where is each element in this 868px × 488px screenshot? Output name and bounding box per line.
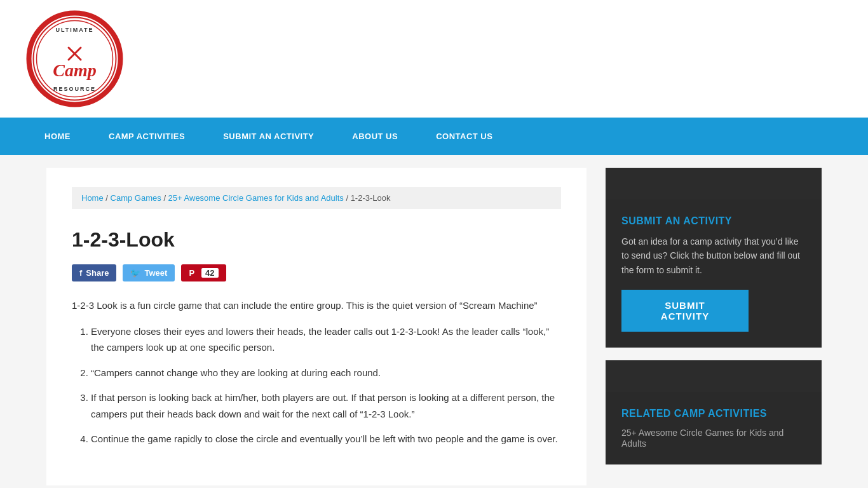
main-container: Home / Camp Games / 25+ Awesome Circle G…	[21, 155, 847, 488]
svg-text:RESOURCE: RESOURCE	[53, 86, 96, 92]
submit-activity-button[interactable]: SUBMIT ACTIVITY	[621, 290, 749, 332]
related-widget-title: RELATED CAMP ACTIVITIES	[621, 408, 806, 419]
twitter-icon: 🐦	[130, 268, 140, 278]
pinterest-count: 42	[201, 268, 218, 278]
breadcrumb-current: 1-2-3-Look	[351, 193, 391, 203]
nav-about-us[interactable]: ABOUT US	[333, 118, 417, 155]
pinterest-save-button[interactable]: P 42	[181, 264, 226, 281]
breadcrumb: Home / Camp Games / 25+ Awesome Circle G…	[72, 187, 561, 209]
breadcrumb-circle-games[interactable]: 25+ Awesome Circle Games for Kids and Ad…	[168, 193, 344, 203]
submit-widget-title: SUBMIT AN ACTIVITY	[621, 215, 806, 227]
content-area: Home / Camp Games / 25+ Awesome Circle G…	[46, 168, 587, 485]
article-step-4: Continue the game rapidly to close the c…	[91, 431, 561, 447]
breadcrumb-camp-games[interactable]: Camp Games	[111, 193, 161, 203]
svg-text:ULTIMATE: ULTIMATE	[55, 27, 93, 33]
logo[interactable]: ULTIMATE Camp RESOURCE	[25, 10, 124, 108]
social-buttons: f Share 🐦 Tweet P 42	[72, 264, 561, 281]
nav-contact-us[interactable]: CONTACT US	[417, 118, 512, 155]
article-step-2: “Campers cannot change who they are look…	[91, 365, 561, 381]
article-intro: 1-2-3 Look is a fun circle game that can…	[72, 297, 561, 314]
twitter-tweet-button[interactable]: 🐦 Tweet	[123, 264, 175, 281]
sidebar-top-dark-box	[606, 168, 822, 200]
twitter-label: Tweet	[144, 268, 167, 278]
article-body: 1-2-3 Look is a fun circle game that can…	[72, 297, 561, 447]
logo-badge: ULTIMATE Camp RESOURCE	[25, 10, 124, 108]
nav-home[interactable]: HOME	[25, 118, 90, 155]
nav-camp-activities[interactable]: CAMP ACTIVITIES	[90, 118, 204, 155]
main-nav: HOME CAMP ACTIVITIES SUBMIT AN ACTIVITY …	[0, 118, 868, 155]
pinterest-icon: P	[189, 268, 194, 278]
nav-submit-activity[interactable]: SUBMIT AN ACTIVITY	[204, 118, 333, 155]
sidebar: SUBMIT AN ACTIVITY Got an idea for a cam…	[606, 168, 822, 485]
article-step-3: If that person is looking back at him/he…	[91, 390, 561, 422]
article-steps: Everyone closes their eyes and lowers th…	[91, 323, 561, 447]
sidebar-related-widget: RELATED CAMP ACTIVITIES 25+ Awesome Circ…	[606, 392, 822, 464]
article-title: 1-2-3-Look	[72, 228, 561, 252]
site-header: ULTIMATE Camp RESOURCE	[0, 0, 868, 118]
facebook-icon: f	[79, 268, 82, 278]
sidebar-related-dark-header	[606, 360, 822, 392]
submit-widget-description: Got an idea for a camp activity that you…	[621, 234, 806, 277]
breadcrumb-home[interactable]: Home	[81, 193, 104, 203]
svg-text:Camp: Camp	[53, 60, 96, 80]
sidebar-submit-widget: SUBMIT AN ACTIVITY Got an idea for a cam…	[606, 200, 822, 348]
facebook-share-button[interactable]: f Share	[72, 264, 116, 281]
facebook-label: Share	[86, 268, 109, 278]
related-link-1[interactable]: 25+ Awesome Circle Games for Kids and Ad…	[621, 428, 783, 449]
article-step-1: Everyone closes their eyes and lowers th…	[91, 323, 561, 356]
